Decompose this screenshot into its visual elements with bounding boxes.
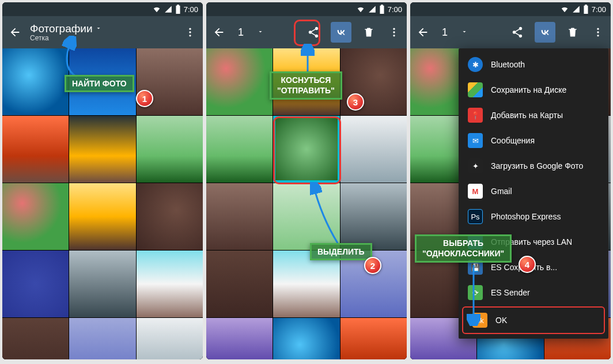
photo-tile-selected[interactable] (273, 116, 339, 183)
photo-tile[interactable] (2, 318, 69, 359)
battery-icon (379, 5, 385, 14)
svg-point-8 (597, 35, 599, 36)
battery-icon (175, 5, 181, 14)
photo-tile[interactable] (137, 251, 203, 317)
share-item-maps[interactable]: 📍Добавить на Карты (459, 103, 608, 128)
photo-tile[interactable] (206, 183, 273, 250)
toolbar: Фотографии Сетка (2, 16, 203, 48)
svg-point-4 (393, 31, 395, 33)
selection-count: 1 (438, 26, 452, 39)
callout-find-photo: НАЙТИ ФОТО (65, 75, 134, 92)
svg-point-1 (189, 31, 191, 33)
title-text: Фотографии (30, 22, 93, 35)
share-button[interactable] (507, 22, 528, 43)
photo-tile[interactable] (273, 318, 339, 359)
maps-icon: 📍 (468, 108, 483, 123)
more-button[interactable] (386, 26, 402, 38)
step-badge: 3 (347, 93, 364, 111)
photo-tile[interactable] (206, 251, 273, 317)
selection-count: 1 (234, 26, 248, 39)
photo-tile[interactable] (340, 116, 407, 183)
share-item-ok[interactable]: okOK (462, 306, 605, 334)
drive-icon (468, 82, 483, 97)
phone-screen-1: 7:00 Фотографии Сетка (2, 2, 203, 359)
vk-button[interactable] (535, 22, 555, 43)
wifi-icon (152, 5, 161, 13)
back-button[interactable] (211, 26, 227, 39)
callout-tap-share: КОСНУТЬСЯ"ОТПРАВИТЬ" (270, 71, 342, 100)
photo-tile[interactable] (340, 318, 407, 359)
photo-tile[interactable] (2, 183, 69, 250)
messages-icon: ✉ (468, 133, 483, 148)
dropdown-caret-icon[interactable] (461, 27, 468, 37)
photo-tile[interactable] (137, 318, 203, 359)
share-item-drive[interactable]: Сохранить на Диске (459, 77, 608, 103)
svg-point-6 (597, 28, 599, 30)
svg-point-7 (597, 31, 599, 33)
delete-button[interactable] (562, 22, 583, 43)
share-item-messages[interactable]: ✉Сообщения (459, 128, 608, 153)
clock: 7:00 (388, 5, 402, 14)
photo-tile[interactable] (2, 251, 69, 317)
subtitle-text: Сетка (30, 34, 175, 42)
wifi-icon (560, 5, 569, 13)
callout-select: ВЫДЕЛИТЬ (310, 243, 372, 260)
bluetooth-icon: ✱ (468, 57, 483, 72)
google-photos-icon: ✦ (468, 158, 483, 173)
status-bar: 7:00 (2, 2, 203, 16)
photo-tile[interactable] (69, 183, 135, 250)
step-badge: 4 (519, 256, 536, 273)
wifi-icon (356, 5, 365, 13)
photo-tile[interactable] (69, 251, 135, 317)
dropdown-caret-icon[interactable] (257, 27, 264, 37)
photoshop-icon: Ps (468, 209, 483, 224)
share-button[interactable] (303, 22, 324, 43)
phone-screen-3: 7:00 1 ✱Bluetooth Сохранить на Диске 📍До… (410, 2, 611, 359)
signal-icon (572, 5, 580, 13)
more-button[interactable] (590, 26, 606, 38)
step-badge: 2 (364, 257, 381, 274)
share-item-bluetooth[interactable]: ✱Bluetooth (459, 52, 608, 77)
back-button[interactable] (7, 26, 23, 39)
vk-button[interactable] (331, 22, 351, 43)
clock: 7:00 (592, 5, 606, 14)
photo-tile[interactable] (69, 116, 135, 183)
more-button[interactable] (182, 26, 198, 38)
photo-tile[interactable] (340, 183, 407, 250)
toolbar-title[interactable]: Фотографии Сетка (30, 22, 175, 42)
photo-tile[interactable] (69, 318, 135, 359)
callout-choose-ok: ВЫБРАТЬ"ОДНОКЛАССНИКИ" (415, 234, 512, 263)
svg-point-3 (393, 28, 395, 30)
dropdown-caret-icon (95, 24, 102, 34)
svg-point-2 (189, 35, 191, 36)
photo-tile[interactable] (2, 116, 69, 183)
photo-tile[interactable] (206, 116, 273, 183)
share-item-photoshop-express[interactable]: PsPhotoshop Express (459, 204, 608, 229)
svg-point-5 (393, 35, 395, 36)
clock: 7:00 (184, 5, 198, 14)
photo-tile[interactable] (206, 48, 273, 115)
photo-tile[interactable] (137, 116, 203, 183)
delete-button[interactable] (358, 22, 379, 43)
photo-tile[interactable] (273, 251, 339, 317)
svg-point-0 (189, 28, 191, 30)
phone-screen-2: 7:00 1 (206, 2, 407, 359)
signal-icon (368, 5, 376, 13)
battery-icon (583, 5, 589, 14)
toolbar: 1 (410, 16, 611, 48)
gmail-icon: M (468, 184, 483, 199)
share-item-gmail[interactable]: MGmail (459, 179, 608, 204)
signal-icon (164, 5, 172, 13)
status-bar: 7:00 (410, 2, 611, 16)
photo-tile[interactable] (206, 318, 273, 359)
status-bar: 7:00 (206, 2, 407, 16)
photo-tile[interactable] (137, 183, 203, 250)
photo-grid (2, 48, 203, 359)
share-item-google-photos[interactable]: ✦Загрузить в Google Фото (459, 153, 608, 179)
step-badge: 1 (136, 90, 153, 107)
back-button[interactable] (415, 26, 431, 39)
